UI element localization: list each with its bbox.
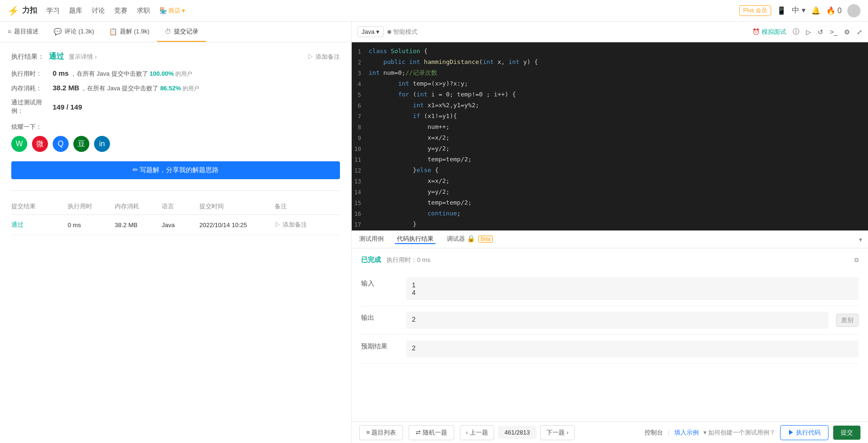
row-note[interactable]: ▷ 添加备注 — [275, 221, 322, 229]
line-number: 7 — [352, 111, 369, 122]
table-row: 通过 0 ms 38.2 MB Java 2022/10/14 10:25 ▷ … — [11, 215, 340, 235]
execution-result-panel: 已完成 执行用时：0 ms ⧉ 输入 1 4 输出 2 差别 预期结果 — [352, 248, 868, 421]
tab-comments[interactable]: 💬 评论 (1.3k) — [46, 22, 102, 42]
code-line-4: 4 int temp=(x>y)?x:y; — [352, 79, 868, 89]
tab-debugger[interactable]: 调试器 🔒 Beta — [445, 235, 495, 244]
bell-icon[interactable]: 🔔 — [811, 6, 821, 15]
code-toolbar: Java ▾ 智能模式 ⏰ 模拟面试 ⓘ ▷ ↺ >_ ⚙ ⤢ — [352, 22, 868, 42]
code-editor[interactable]: 1class Solution {2 public int hammingDis… — [352, 42, 868, 230]
terminal-icon[interactable]: >_ — [830, 28, 837, 36]
expected-row: 预期结果 2 — [361, 335, 859, 364]
output-row: 输出 2 差别 — [361, 306, 859, 335]
row-memory: 38.2 MB — [115, 222, 162, 229]
nav-discuss[interactable]: 讨论 — [92, 7, 105, 15]
line-number: 1 — [352, 46, 369, 57]
line-number: 16 — [352, 208, 369, 219]
problem-list-button[interactable]: ≡ 题目列表 — [359, 425, 403, 440]
line-content: int temp=(x>y)?x:y; — [369, 79, 468, 89]
code-line-18: 18 } — [352, 230, 868, 230]
bottom-tabs: 测试用例 代码执行结果 调试器 🔒 Beta ▾ — [352, 230, 868, 248]
phone-icon[interactable]: 📱 — [777, 6, 786, 15]
run-icon[interactable]: ▷ — [806, 28, 811, 36]
line-content: continue; — [369, 208, 461, 219]
run-code-button[interactable]: ▶ 执行代码 — [780, 425, 829, 440]
copy-icon[interactable]: ⧉ — [854, 256, 859, 264]
smart-dot — [387, 30, 391, 34]
line-number: 15 — [352, 198, 369, 208]
row-status[interactable]: 通过 — [11, 221, 68, 229]
table-header: 提交结果 执行用时 内存消耗 语言 提交时间 备注 — [11, 198, 340, 215]
refresh-icon[interactable]: ↺ — [818, 28, 823, 36]
left-panel: ≡ 题目描述 💬 评论 (1.3k) 📋 题解 (1.9k) ⏱ 提交记录 执行… — [0, 22, 352, 443]
code-line-2: 2 public int hammingDistance(int x, int … — [352, 57, 868, 68]
code-line-10: 10 y=y/2; — [352, 143, 868, 154]
page-indicator: 461/2813 — [498, 426, 537, 439]
next-problem-button[interactable]: 下一题 › — [540, 425, 575, 440]
add-note[interactable]: ▷ 添加备注 — [308, 53, 340, 61]
random-problem-button[interactable]: ⇄ 随机一题 — [409, 425, 454, 440]
beta-badge: Beta — [478, 236, 493, 243]
code-line-3: 3int num=0;//记录次数 — [352, 68, 868, 79]
main-layout: ≡ 题目描述 💬 评论 (1.3k) 📋 题解 (1.9k) ⏱ 提交记录 执行… — [0, 22, 868, 443]
smart-mode[interactable]: 智能模式 — [387, 28, 418, 36]
result-header: 执行结果： 通过 显示详情 › ▷ 添加备注 — [11, 52, 340, 62]
expand-icon[interactable]: ⤢ — [857, 28, 862, 36]
shop-chevron: ▾ — [182, 7, 185, 14]
comment-icon: 💬 — [54, 28, 62, 35]
toolbar-right: ⏰ 模拟面试 ⓘ ▷ ↺ >_ ⚙ ⤢ — [752, 28, 862, 36]
code-line-16: 16 continue; — [352, 208, 868, 219]
settings-icon[interactable]: ⚙ — [844, 28, 850, 36]
line-number: 18 — [352, 230, 369, 230]
tab-submissions[interactable]: ⏱ 提交记录 — [157, 22, 206, 42]
douban-icon[interactable]: 豆 — [73, 136, 89, 152]
mem-key: 内存消耗： — [11, 84, 49, 93]
lang-icon[interactable]: 中 ▾ — [792, 6, 805, 16]
fill-example-button[interactable]: 填入示例 — [674, 428, 699, 437]
fire-icon[interactable]: 🔥 0 — [826, 6, 842, 15]
nav-contest[interactable]: 竞赛 — [114, 7, 127, 15]
language-selector[interactable]: Java ▾ — [357, 26, 384, 37]
nav-shop[interactable]: 🏪 商店 ▾ — [159, 7, 185, 15]
weibo-icon[interactable]: 微 — [32, 136, 48, 152]
expected-value: 2 — [406, 340, 859, 357]
submission-icon: ⏱ — [165, 28, 171, 35]
detail-link[interactable]: 显示详情 › — [69, 53, 97, 61]
tab-test-cases[interactable]: 测试用例 — [357, 235, 386, 244]
tab-exec-result[interactable]: 代码执行结果 — [395, 235, 435, 244]
line-content: for (int i = 0; temp!=0 ; i++) { — [369, 89, 516, 100]
shop-icon: 🏪 — [159, 7, 167, 14]
nav-problems[interactable]: 题库 — [69, 7, 82, 15]
lock-icon: 🔒 — [467, 235, 475, 242]
prev-problem-button[interactable]: ‹ 上一题 — [460, 425, 494, 440]
logo[interactable]: ⚡ 力扣 — [8, 5, 37, 16]
line-content: num++; — [369, 122, 450, 132]
lang-chevron: ▾ — [376, 28, 379, 35]
info-icon[interactable]: ⓘ — [793, 28, 799, 36]
row-time: 0 ms — [68, 222, 115, 229]
tab-solutions[interactable]: 📋 题解 (1.9k) — [102, 22, 157, 42]
linkedin-icon[interactable]: in — [94, 136, 110, 152]
wechat-icon[interactable]: W — [11, 136, 27, 152]
diff-button[interactable]: 差别 — [836, 314, 859, 327]
time-key: 执行用时： — [11, 70, 49, 78]
line-number: 6 — [352, 100, 369, 111]
nav-jobs[interactable]: 求职 — [137, 7, 150, 15]
nav-learn[interactable]: 学习 — [47, 7, 60, 15]
plus-badge[interactable]: Plus 会员 — [739, 5, 772, 16]
line-number: 10 — [352, 143, 369, 154]
avatar[interactable] — [847, 4, 860, 17]
right-panel: Java ▾ 智能模式 ⏰ 模拟面试 ⓘ ▷ ↺ >_ ⚙ ⤢ 1class S… — [352, 22, 868, 443]
code-line-14: 14 y=y/2; — [352, 187, 868, 198]
expand-bottom[interactable]: ▾ — [859, 236, 862, 243]
how-label[interactable]: ▾ 如何创建一个测试用例？ — [703, 428, 776, 437]
write-solution-button[interactable]: ✏ 写题解，分享我的解题思路 — [11, 161, 340, 179]
tab-description[interactable]: ≡ 题目描述 — [0, 22, 46, 42]
problem-nav: ‹ 上一题 461/2813 下一题 › — [460, 425, 575, 440]
simulate-button[interactable]: ⏰ 模拟面试 — [752, 28, 786, 36]
result-status: 通过 — [49, 52, 64, 62]
submit-button[interactable]: 提交 — [833, 426, 860, 440]
line-number: 12 — [352, 165, 369, 176]
line-content: x=x/2; — [369, 176, 450, 186]
qq-icon[interactable]: Q — [53, 136, 69, 152]
line-number: 14 — [352, 187, 369, 198]
